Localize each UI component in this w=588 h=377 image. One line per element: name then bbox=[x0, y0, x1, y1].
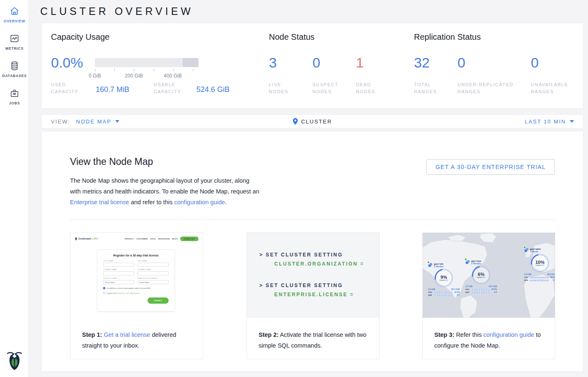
axis-tick-label: 200 GiB bbox=[125, 73, 143, 79]
live-nodes-value: 3 bbox=[269, 55, 277, 71]
view-selector[interactable]: NODE MAP bbox=[76, 118, 119, 125]
sidebar-item-label: JOBS bbox=[9, 101, 20, 105]
locality-nyc[interactable]: geo=nyc2 Nodes 6% CAPACITY 3.7 GiB 43.7 … bbox=[463, 260, 499, 293]
mini-site-header: Cockroach LABS PRODUCT CUSTOMERS DOCS RE… bbox=[75, 236, 198, 242]
description-text: . bbox=[225, 199, 227, 205]
description-text: and refer to this bbox=[131, 199, 173, 205]
capacity-label: CAPACITY bbox=[439, 280, 448, 281]
qps-row: QPS0.4 bbox=[524, 279, 555, 281]
time-range-value: LAST 10 MIN bbox=[525, 118, 566, 125]
unavailable-ranges-label: UNAVAILABLE RANGES bbox=[531, 81, 576, 95]
mini-nav-item[interactable]: BLOG bbox=[172, 238, 178, 240]
sql-prompt: > SET CLUSTER SETTING bbox=[259, 252, 379, 258]
mini-submit-button[interactable]: SUBMIT bbox=[148, 297, 169, 304]
status-badge-green bbox=[523, 246, 526, 249]
chevron-down-icon bbox=[115, 120, 119, 123]
page-title: CLUSTER OVERVIEW bbox=[40, 5, 194, 17]
qps-row: QPS4.7 bbox=[428, 294, 460, 296]
cpu-value: 42.5% bbox=[491, 288, 497, 290]
locality-ams[interactable]: geo=ams1 Node 10% CAPACITY 3.6 GiB 36.6 … bbox=[522, 248, 555, 281]
used-capacity-value: 160.7 MiB bbox=[96, 85, 129, 94]
dead-nodes-value: 1 bbox=[356, 55, 364, 71]
sidebar-item-label: DATABASES bbox=[2, 74, 27, 78]
qps-sparkbar bbox=[470, 292, 490, 293]
map-pin-icon bbox=[293, 118, 298, 125]
step1-caption: Step 1: Get a trial license delivered st… bbox=[82, 329, 193, 351]
qps-label: QPS bbox=[524, 279, 528, 281]
capacity-bar-chart: 0 GiB 200 GiB 400 GiB bbox=[95, 58, 198, 67]
under-replicated-ranges-label: UNDER-REPLICATED RANGES bbox=[457, 81, 524, 95]
step1-card: Cockroach LABS PRODUCT CUSTOMERS DOCS RE… bbox=[70, 232, 203, 359]
axis-tick-label: 400 GiB bbox=[164, 73, 181, 79]
mini-nav-item[interactable]: RESOURCES bbox=[158, 238, 170, 240]
home-icon bbox=[9, 6, 20, 17]
step-prefix: Step 3: bbox=[434, 331, 454, 338]
sidebar-item-jobs[interactable]: JOBS bbox=[0, 82, 29, 109]
enterprise-trial-license-link[interactable]: Enterprise trial license bbox=[70, 199, 129, 205]
checkbox-label-text: I agree to the bbox=[106, 292, 117, 294]
qps-row: QPS0.0 bbox=[465, 291, 497, 293]
database-icon bbox=[9, 60, 20, 71]
checkbox-checked-icon[interactable] bbox=[103, 287, 105, 289]
breadcrumb-cluster: CLUSTER bbox=[293, 118, 332, 125]
sidebar-item-overview[interactable]: OVERVIEW bbox=[0, 0, 29, 27]
briefcase-icon bbox=[9, 88, 20, 99]
sidebar-item-metrics[interactable]: METRICS bbox=[0, 27, 29, 55]
total-ranges-value: 32 bbox=[414, 55, 430, 71]
cluster-label: CLUSTER bbox=[301, 118, 332, 125]
cpu-value: 58.3% bbox=[550, 276, 555, 278]
locality-node-count: 1 Node bbox=[530, 250, 541, 253]
mini-nav-item[interactable]: CUSTOMERS bbox=[136, 238, 148, 240]
sidebar: OVERVIEW METRICS DATABASES JOBS bbox=[0, 0, 29, 377]
company-email-input[interactable] bbox=[138, 271, 169, 276]
capacity-bar-reserved-segment bbox=[183, 58, 198, 67]
mini-brand: Cockroach LABS bbox=[75, 237, 98, 241]
mini-field-label: FIRST NAME bbox=[103, 260, 134, 262]
project-phase-select[interactable]: Please Select bbox=[103, 280, 134, 284]
mini-nav-item[interactable]: DOCS bbox=[150, 238, 156, 240]
locality-text: geo=nyc2 Nodes bbox=[471, 260, 482, 265]
step3-card: geo=sfo2 Nodes 9% CAPACITY 3.2 GiB 35.1 … bbox=[422, 232, 555, 359]
get-trial-license-link[interactable]: Get a trial license bbox=[104, 331, 150, 338]
cpu-label: CPU bbox=[524, 276, 528, 278]
last-name-input[interactable] bbox=[138, 263, 169, 267]
unavailable-ranges-value: 0 bbox=[531, 55, 539, 71]
qps-label: QPS bbox=[428, 294, 432, 296]
cockroachdb-logo bbox=[5, 350, 24, 371]
first-name-input[interactable] bbox=[103, 263, 134, 267]
total-ranges-label: TOTAL RANGES bbox=[414, 81, 447, 95]
software-license-link[interactable]: Software License Agreement. bbox=[117, 292, 140, 294]
mini-nav-item[interactable]: PRODUCT bbox=[125, 238, 134, 240]
metrics-icon bbox=[9, 33, 20, 44]
mini-form-fields: FIRST NAME LAST NAME COMPANY NAME COMPAN… bbox=[103, 260, 169, 284]
capacity-axis-ticks bbox=[95, 69, 193, 71]
sidebar-item-databases[interactable]: DATABASES bbox=[0, 55, 29, 82]
view-toolbar: VIEW: NODE MAP CLUSTER LAST 10 MIN bbox=[41, 114, 583, 128]
checkbox-label: I agree to the Software License Agreemen… bbox=[106, 292, 140, 294]
company-name-input[interactable] bbox=[103, 271, 134, 276]
nodes-cube-icon bbox=[466, 260, 470, 264]
configuration-guide-link[interactable]: configuration guide bbox=[174, 199, 225, 205]
capacity-gauge: 6% CAPACITY bbox=[472, 266, 490, 284]
email-updates-checkbox-row: I would like to receive email updates ab… bbox=[103, 287, 169, 289]
qps-value: 0.4 bbox=[550, 279, 555, 281]
configuration-guide-link[interactable]: configuration guide bbox=[483, 331, 534, 338]
capacity-percent: 10% bbox=[535, 260, 544, 265]
qps-sparkbar bbox=[433, 295, 452, 296]
mini-form-title: Register for a 30-day trial license bbox=[103, 254, 169, 257]
locality-header: geo=nyc2 Nodes bbox=[466, 260, 482, 265]
mini-download-button[interactable]: DOWNLOAD bbox=[180, 237, 198, 241]
capacity-gauge: 9% CAPACITY bbox=[435, 269, 453, 287]
node-map-description: The Node Map shows the geographical layo… bbox=[70, 175, 261, 208]
capacity-total: 43.7 GiB bbox=[489, 285, 497, 288]
capacity-total: 35.1 GiB bbox=[451, 288, 460, 290]
checkbox-icon[interactable] bbox=[103, 292, 105, 294]
reason-select[interactable]: Please Select bbox=[138, 280, 169, 284]
cpu-row: CPU42.5% bbox=[465, 288, 497, 290]
chevron-down-icon bbox=[570, 120, 574, 123]
live-nodes-label: LIVE NODES bbox=[269, 81, 302, 95]
locality-sfo[interactable]: geo=sfo2 Nodes 9% CAPACITY 3.2 GiB 35.1 … bbox=[426, 263, 462, 296]
enterprise-trial-button[interactable]: GET A 30-DAY ENTERPRISE TRIAL bbox=[426, 159, 555, 175]
time-range-selector[interactable]: LAST 10 MIN bbox=[525, 118, 574, 125]
qps-sparkbar bbox=[529, 280, 549, 281]
